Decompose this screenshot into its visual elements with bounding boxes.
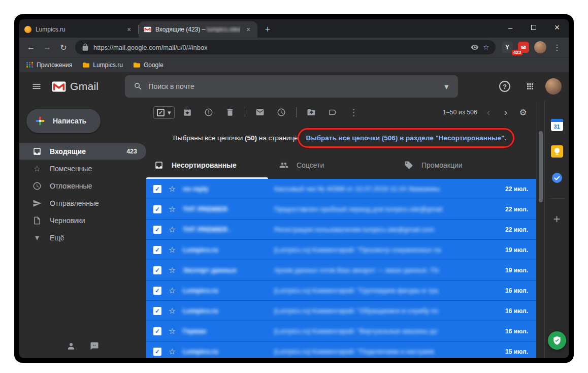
keep-icon[interactable]: [551, 145, 563, 158]
search-input[interactable]: [148, 82, 438, 90]
compose-button[interactable]: Написать: [26, 109, 101, 133]
tab-close-icon[interactable]: ×: [125, 25, 133, 34]
delete-button[interactable]: [221, 104, 239, 121]
hangouts-chat-icon[interactable]: [90, 341, 99, 351]
protection-badge[interactable]: [548, 331, 566, 350]
browser-menu-icon[interactable]: ⋮: [549, 40, 565, 55]
email-row[interactable]: ✓ ☆ no reply Кассовый чек № 40368 от 22.…: [146, 179, 536, 199]
star-icon[interactable]: ☆: [168, 347, 177, 356]
gmail-logo[interactable]: Gmail: [52, 80, 99, 92]
list-toolbar: ✓ ▾: [146, 101, 536, 124]
select-all-checkbox[interactable]: ✓: [157, 109, 165, 116]
bookmark-star-icon[interactable]: ☆: [483, 43, 489, 52]
unread-count-badge: 423: [126, 148, 137, 155]
bookmark-folder-lumpics[interactable]: Lumpics.ru: [82, 61, 123, 69]
hamburger-menu-icon[interactable]: [26, 76, 47, 97]
maximize-button[interactable]: [522, 19, 545, 36]
scrollbar[interactable]: [536, 101, 544, 358]
help-icon[interactable]: ?: [495, 76, 515, 97]
row-checkbox-checked[interactable]: ✓: [153, 266, 161, 274]
email-subject-blurred: [Lumpics.ru] Комментарий: "Виртуальные м…: [274, 327, 493, 335]
calendar-icon[interactable]: 31: [551, 119, 563, 131]
email-row[interactable]: ✓ ☆ Lumpics.ru [Lumpics.ru] Комментарий:…: [146, 281, 536, 301]
sidebar-footer: [19, 341, 146, 358]
close-button[interactable]: ×: [545, 19, 569, 36]
bookmark-folder-google[interactable]: Google: [133, 61, 164, 69]
sidebar-item-snoozed[interactable]: Отложенные: [19, 178, 146, 194]
row-checkbox-checked[interactable]: ✓: [153, 185, 161, 193]
email-main-area: ✓ ▾: [146, 101, 536, 358]
row-checkbox-checked[interactable]: ✓: [153, 307, 161, 315]
search-options-caret-icon[interactable]: ▾: [438, 76, 455, 97]
tab-social[interactable]: Соцсети: [271, 151, 396, 179]
settings-gear-icon[interactable]: ⚙: [517, 107, 529, 118]
visibility-icon[interactable]: [471, 43, 479, 51]
star-icon[interactable]: ☆: [168, 306, 177, 316]
snooze-button[interactable]: [273, 104, 290, 121]
bookmark-apps[interactable]: Приложения: [26, 61, 72, 69]
move-to-button[interactable]: [303, 104, 320, 121]
select-all-conversations-link[interactable]: Выбрать все цепочки (506) в разделе "Нес…: [306, 134, 506, 142]
browser-tab-gmail-active[interactable]: Входящие (423) – lumpics.site@gm ×: [139, 21, 257, 38]
star-icon[interactable]: ☆: [168, 286, 177, 295]
tab-close-icon[interactable]: ×: [244, 25, 252, 34]
scrollbar-thumb[interactable]: [539, 131, 543, 202]
archive-button[interactable]: [179, 104, 196, 121]
row-checkbox-checked[interactable]: ✓: [153, 348, 161, 356]
tab-label: Несортированные: [172, 161, 237, 169]
pagination-label: 1–50 из 506: [443, 109, 477, 116]
email-row[interactable]: ✓ ☆ Экспорт данных Архив данных готов Ва…: [146, 260, 536, 281]
email-row[interactable]: ✓ ☆ Lumpics.ru [Lumpics.ru] Комментарий:…: [146, 240, 536, 260]
minimize-button[interactable]: –: [499, 19, 522, 36]
star-icon[interactable]: ☆: [168, 204, 177, 214]
star-icon[interactable]: ☆: [168, 225, 177, 234]
report-spam-button[interactable]: [200, 104, 217, 121]
extension-y-icon[interactable]: Y: [502, 42, 513, 53]
browser-tab-lumpics[interactable]: Lumpics.ru ×: [19, 21, 138, 38]
email-row[interactable]: ✓ ☆ ТНТ PREMIER Предоставлен пробный пер…: [146, 199, 536, 220]
row-checkbox-checked[interactable]: ✓: [153, 246, 161, 254]
email-row[interactable]: ✓ ☆ ТНТ PREMIER . Регистрация пользовате…: [146, 220, 536, 240]
email-row-partial[interactable]: ✓ ☆ Lumpics.ru [Lumpics.ru] Комментарий:…: [146, 341, 536, 358]
older-page-icon[interactable]: ›: [500, 107, 512, 118]
email-row[interactable]: ✓ ☆ Lumpics.ru [Lumpics.ru] Комментарий:…: [146, 301, 536, 321]
google-apps-icon[interactable]: [520, 76, 540, 97]
add-addon-icon[interactable]: +: [553, 213, 560, 225]
gmail-body: Написать Входящие 423 ☆ Помеченные: [19, 101, 569, 358]
mark-read-button[interactable]: [251, 104, 269, 121]
browser-profile-avatar[interactable]: [534, 41, 546, 53]
email-row[interactable]: ✓ ☆ Герман [Lumpics.ru] Комментарий: "Ви…: [146, 321, 536, 341]
sidebar-item-starred[interactable]: ☆ Помеченные: [19, 161, 146, 177]
sidebar-item-inbox[interactable]: Входящие 423: [19, 143, 146, 160]
search-bar[interactable]: ▾: [125, 75, 458, 98]
search-icon[interactable]: [128, 76, 148, 97]
url-text[interactable]: https://mail.google.com/mail/u/0/#inbox: [93, 44, 467, 51]
newer-page-icon[interactable]: ‹: [482, 107, 495, 118]
forward-button[interactable]: →: [40, 40, 55, 55]
address-bar[interactable]: https://mail.google.com/mail/u/0/#inbox …: [75, 40, 496, 54]
person-icon[interactable]: [67, 341, 76, 351]
tab-primary[interactable]: Несортированные: [146, 151, 271, 179]
sidebar-item-sent[interactable]: Отправленные: [19, 195, 146, 211]
back-button[interactable]: ←: [23, 40, 39, 55]
maximize-icon: [531, 25, 536, 30]
more-actions-button[interactable]: ⋮: [345, 104, 363, 121]
gmail-account-avatar[interactable]: [545, 78, 562, 95]
reload-button[interactable]: ↻: [56, 40, 71, 55]
star-icon[interactable]: ☆: [168, 265, 177, 275]
row-checkbox-checked[interactable]: ✓: [153, 327, 161, 335]
tasks-icon[interactable]: [551, 172, 563, 184]
select-all-dropdown[interactable]: ✓ ▾: [153, 106, 175, 119]
new-tab-button[interactable]: +: [260, 22, 275, 37]
star-icon[interactable]: ☆: [168, 184, 177, 194]
sidebar-item-more[interactable]: ▾ Ещё: [19, 230, 146, 246]
star-icon[interactable]: ☆: [168, 245, 177, 255]
mail-checker-extension-icon[interactable]: ✉ 423: [518, 42, 529, 53]
star-icon[interactable]: ☆: [168, 326, 177, 336]
row-checkbox-checked[interactable]: ✓: [153, 287, 161, 295]
tab-promotions[interactable]: Промоакции: [396, 151, 521, 179]
row-checkbox-checked[interactable]: ✓: [153, 226, 161, 234]
sidebar-item-drafts[interactable]: Черновики: [19, 212, 146, 229]
row-checkbox-checked[interactable]: ✓: [153, 205, 161, 213]
labels-button[interactable]: [324, 104, 341, 121]
